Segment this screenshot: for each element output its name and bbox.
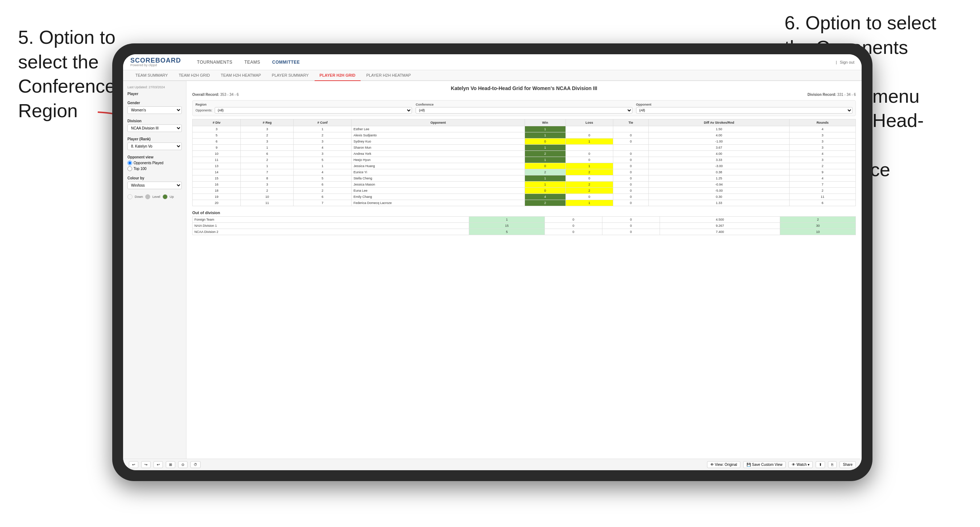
player-rank-select[interactable]: 8. Katelyn Vo: [127, 143, 182, 150]
grid-records: Overall Record: 353 - 34 - 6 Division Re…: [192, 93, 856, 97]
clock-btn[interactable]: ⏱: [191, 461, 200, 468]
th-conf: # Conf: [294, 119, 352, 126]
table-row: 13 1 1 Jessica Huang 0 1 0 -3.00 2: [192, 163, 856, 169]
sidebar: Last Updated: 27/03/2024 Player Gender W…: [123, 81, 186, 459]
legend-down-dot: [127, 194, 132, 199]
tab-player-h2h-heatmap[interactable]: PLAYER H2H HEATMAP: [361, 70, 416, 81]
table-row: 15 8 5 Stella Cheng 1 0 0 1.25 4: [192, 175, 856, 182]
legend-level-label: Level: [153, 195, 161, 198]
table-row: 18 2 2 Euna Lee 0 2 0 -5.00 2: [192, 188, 856, 194]
grid-title: Katelyn Vo Head-to-Head Grid for Women's…: [192, 85, 856, 91]
colour-by-label: Colour by: [127, 176, 182, 180]
legend-up-dot: [162, 194, 168, 199]
division-select[interactable]: NCAA Division III: [127, 124, 182, 132]
undo-btn[interactable]: ↩: [129, 461, 138, 468]
division-record: Division Record: 331 - 34 - 6: [808, 93, 856, 97]
view-original-btn[interactable]: 👁 View: Original: [707, 461, 741, 468]
table-row: 11 2 5 Heejo Hyun 1 0 0 3.33 3: [192, 157, 856, 163]
filter-conference: Conference (All): [415, 103, 632, 114]
radio-top100[interactable]: Top 100: [127, 167, 182, 171]
opponent-view-radio: Opponents Played Top 100: [127, 160, 182, 171]
sub-nav: TEAM SUMMARY TEAM H2H GRID TEAM H2H HEAT…: [123, 70, 862, 81]
bottom-toolbar: ↩ ↪ ↩ ⊞ ⊙ ⏱ 👁 View: Original 💾 Save Cust…: [123, 459, 862, 470]
opponent-filter-label: Opponent: [636, 103, 853, 106]
th-rounds: Rounds: [789, 119, 856, 126]
player-rank-label: Player (Rank): [127, 137, 182, 141]
content-area: Katelyn Vo Head-to-Head Grid for Women's…: [186, 81, 862, 459]
header-right: | Sign out: [836, 60, 854, 64]
out-of-division-table: Foreign Team 1 0 0 4.500 2 NAIA Division…: [192, 216, 856, 235]
region-filter-select[interactable]: (All): [215, 107, 412, 114]
watch-btn[interactable]: 👁 Watch ▾: [789, 461, 813, 468]
table-row: 14 7 4 Eunice Yi 2 2 0 0.38 9: [192, 169, 856, 175]
division-label: Division: [127, 119, 182, 123]
main-content: Last Updated: 27/03/2024 Player Gender W…: [123, 81, 862, 459]
tab-team-h2h-heatmap[interactable]: TEAM H2H HEATMAP: [216, 70, 266, 81]
th-loss: Loss: [565, 119, 613, 126]
table-row: NAIA Division 1 15 0 0 9.267 30: [192, 223, 856, 229]
h2h-table: # Div # Reg # Conf Opponent Win Loss Tie…: [192, 119, 856, 206]
save-custom-btn[interactable]: 💾 Save Custom View: [743, 461, 786, 468]
copy-btn[interactable]: ⎘: [828, 461, 837, 468]
color-legend: Down Level Up: [127, 194, 182, 199]
th-div: # Div: [192, 119, 241, 126]
conference-filter-label: Conference: [415, 103, 632, 106]
sidebar-player-section: Player: [127, 92, 182, 96]
colour-by-select[interactable]: Win/loss: [127, 182, 182, 189]
region-opponents-label: Opponents:: [196, 108, 213, 112]
sidebar-player-rank-section: Player (Rank) 8. Katelyn Vo: [127, 137, 182, 150]
sidebar-colour-by: Colour by Win/loss: [127, 176, 182, 189]
sign-out-link[interactable]: Sign out: [840, 60, 854, 64]
radio-opponents-played[interactable]: Opponents Played: [127, 160, 182, 165]
tab-team-summary[interactable]: TEAM SUMMARY: [130, 70, 173, 81]
app-header: SCOREBOARD Powered by clippd TOURNAMENTS…: [123, 54, 862, 70]
sidebar-division-section: Division NCAA Division III: [127, 119, 182, 132]
th-opponent: Opponent: [352, 119, 525, 126]
out-of-division-title: Out of division: [192, 211, 856, 215]
tab-player-summary[interactable]: PLAYER SUMMARY: [267, 70, 314, 81]
export-btn[interactable]: ⬆: [816, 461, 825, 468]
out-of-division: Out of division Foreign Team 1 0 0 4.500…: [192, 211, 856, 235]
th-tie: Tie: [613, 119, 648, 126]
grid-btn[interactable]: ⊞: [166, 461, 175, 468]
table-row: 3 3 1 Esther Lee 1 1.50 4: [192, 126, 856, 132]
nav-teams[interactable]: TEAMS: [239, 57, 266, 67]
table-row: 16 3 6 Jessica Mason 1 2 0 -0.94 7: [192, 182, 856, 188]
th-diff: Diff Av Strokes/Rnd: [648, 119, 789, 126]
nav-tournaments[interactable]: TOURNAMENTS: [192, 57, 237, 67]
filter-opponent: Opponent (All): [636, 103, 853, 114]
table-row: Foreign Team 1 0 0 4.500 2: [192, 217, 856, 223]
sidebar-gender-section: Gender Women's: [127, 101, 182, 114]
table-row: 5 2 2 Alexis Sudjianto 1 0 0 4.00 3: [192, 132, 856, 138]
conference-filter-select[interactable]: (All): [415, 107, 632, 114]
table-row: 9 1 4 Sharon Mun 1 3.67 3: [192, 145, 856, 151]
table-row: 19 10 6 Emily Chang 4 0 0 0.30 11: [192, 194, 856, 200]
redo-btn[interactable]: ↪: [141, 461, 151, 468]
tab-player-h2h-grid[interactable]: PLAYER H2H GRID: [315, 70, 361, 81]
tablet-screen: SCOREBOARD Powered by clippd TOURNAMENTS…: [123, 54, 862, 470]
link-btn[interactable]: ⊙: [178, 461, 188, 468]
share-btn[interactable]: Share: [840, 461, 856, 468]
opponent-view-label: Opponent view: [127, 155, 182, 159]
main-nav: TOURNAMENTS TEAMS COMMITTEE: [192, 57, 825, 67]
th-win: Win: [525, 119, 565, 126]
app-logo: SCOREBOARD Powered by clippd: [130, 57, 181, 67]
tab-team-h2h-grid[interactable]: TEAM H2H GRID: [174, 70, 215, 81]
undo2-btn[interactable]: ↩: [153, 461, 163, 468]
filters-row: Region Opponents: (All) Conference (: [192, 100, 856, 116]
tablet-device: SCOREBOARD Powered by clippd TOURNAMENTS…: [112, 43, 872, 481]
last-updated: Last Updated: 27/03/2024: [127, 85, 182, 89]
legend-up-label: Up: [170, 195, 174, 198]
overall-record: Overall Record: 353 - 34 - 6: [192, 93, 239, 97]
table-row: NCAA Division 2 5 0 0 7.400 10: [192, 229, 856, 235]
th-reg: # Reg: [241, 119, 294, 126]
table-row: 6 3 3 Sydney Kuo 0 1 0 -1.00 3: [192, 138, 856, 145]
legend-down-label: Down: [135, 195, 143, 198]
table-header-row: # Div # Reg # Conf Opponent Win Loss Tie…: [192, 119, 856, 126]
table-row: 20 11 7 Federica Domecq Lacroze 2 1 0 1.…: [192, 200, 856, 206]
gender-select[interactable]: Women's: [127, 106, 182, 114]
table-row: 10 6 3 Andrea York 2 0 0 4.00 4: [192, 151, 856, 157]
nav-committee[interactable]: COMMITTEE: [267, 57, 305, 67]
gender-label: Gender: [127, 101, 182, 105]
opponent-filter-select[interactable]: (All): [636, 107, 853, 114]
